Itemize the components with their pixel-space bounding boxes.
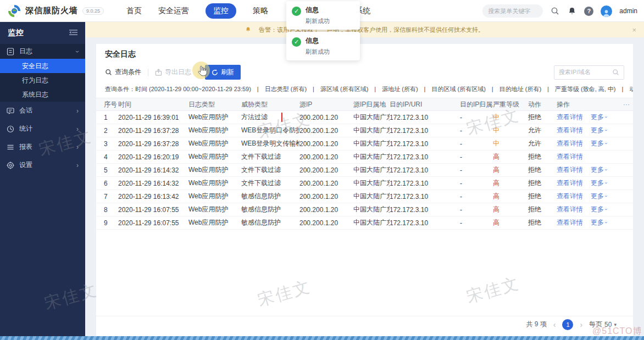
- filter-summary: 查询条件：时间 (2020-11-29 00:00~2020-11-29 23:…: [96, 84, 633, 98]
- brand: 深信服防火墙 9.0.25: [0, 4, 126, 18]
- cell-operations: 查看详情更多›: [557, 179, 619, 188]
- page-size-select[interactable]: 每页 50 ▾: [589, 320, 617, 329]
- chevron-down-icon: ›: [74, 51, 81, 53]
- sidebar-item-behavior-log[interactable]: 行为日志: [0, 73, 85, 87]
- cell-dst-ip: 172.172.3.10: [390, 193, 460, 200]
- view-details-link[interactable]: 查看详情: [557, 113, 583, 122]
- help-icon[interactable]: ?: [584, 7, 593, 16]
- more-link[interactable]: 更多›: [591, 126, 607, 135]
- toast-notification: ✓ 信息 刷新成功: [286, 32, 360, 60]
- sidebar-item-security-log[interactable]: 安全日志: [0, 59, 85, 73]
- next-page-icon[interactable]: ›: [580, 320, 582, 329]
- cell-src-location: 中国大陆广东: [353, 205, 390, 214]
- banner-close-icon[interactable]: ×: [632, 26, 636, 34]
- more-link[interactable]: 更多›: [591, 165, 607, 175]
- sangfor-logo-icon: [8, 4, 21, 18]
- content-card: 安全日志 查询条件 导出日志 刷新 搜索IP/域名 查询条件：时间 (2020-…: [96, 44, 633, 336]
- sidebar-item-stats[interactable]: 统计 ›: [0, 120, 85, 138]
- column-settings-icon[interactable]: ···: [619, 101, 630, 108]
- col-header-src-ip[interactable]: 源IP: [299, 100, 353, 109]
- nav-home[interactable]: 首页: [126, 6, 142, 16]
- sidebar-item-logs[interactable]: 日志 ›: [0, 44, 85, 59]
- cell-threat-type: 敏感信息防护: [241, 192, 299, 201]
- more-link[interactable]: 更多›: [591, 192, 607, 201]
- nav-monitor[interactable]: 监控: [206, 3, 236, 19]
- view-details-link[interactable]: 查看详情: [557, 126, 583, 135]
- col-header-dst-ip[interactable]: 目的IP/URI: [390, 100, 460, 109]
- chevron-down-icon: ›: [603, 195, 609, 197]
- table-row[interactable]: 42020-11-29 16:20:19Web应用防护文件下载过滤200.200…: [96, 151, 633, 164]
- success-check-icon: ✓: [292, 37, 301, 47]
- nav-policy[interactable]: 策略: [253, 6, 268, 16]
- sidebar-item-report[interactable]: 报表 ›: [0, 138, 85, 156]
- sidebar-title: 监控: [0, 22, 85, 44]
- col-header-no[interactable]: 序号: [104, 100, 118, 109]
- avatar[interactable]: [601, 5, 612, 17]
- cell-operations: 查看详情更多›: [557, 126, 619, 135]
- cell-src-location: 中国大陆广东: [353, 218, 390, 227]
- view-details-link[interactable]: 查看详情: [557, 179, 583, 188]
- menu-search-input[interactable]: 搜索菜单关键字: [482, 4, 543, 18]
- col-header-time[interactable]: 时间: [118, 100, 188, 109]
- view-details-link[interactable]: 查看详情: [557, 165, 583, 175]
- cell-threat-type: WEB登录明文传输检测: [241, 139, 299, 148]
- col-header-action[interactable]: 动作: [528, 100, 557, 109]
- view-details-link[interactable]: 查看详情: [557, 139, 583, 148]
- cell-action: 拒绝: [528, 179, 557, 188]
- chevron-down-icon: ›: [603, 116, 609, 118]
- cell-src-ip: 200.200.1.20: [299, 153, 353, 161]
- table-row[interactable]: 72020-11-29 16:13:42Web应用防护敏感信息防护200.200…: [96, 190, 633, 203]
- nav-secops[interactable]: 安全运营: [158, 6, 189, 16]
- search-icon[interactable]: [550, 6, 560, 16]
- chevron-right-icon: ›: [76, 143, 79, 151]
- username[interactable]: admin: [619, 7, 637, 15]
- sidebar-collapse-icon[interactable]: [69, 29, 77, 37]
- export-logs-button[interactable]: 导出日志: [155, 68, 191, 77]
- col-header-log-type[interactable]: 日志类型: [188, 100, 241, 109]
- page-number[interactable]: 1: [562, 319, 573, 330]
- prev-page-icon[interactable]: ‹: [553, 320, 556, 329]
- brand-name: 深信服防火墙: [25, 5, 78, 16]
- col-header-threat-type[interactable]: 威胁类型: [241, 100, 299, 109]
- col-header-dst-location[interactable]: 目的IP归属地: [460, 100, 493, 109]
- cell-dst-location: -: [460, 127, 493, 135]
- view-details-link[interactable]: 查看详情: [557, 152, 583, 161]
- table-body: 12020-11-29 16:39:01Web应用防护方法过滤200.200.1…: [96, 111, 633, 230]
- cell-dst-ip: 172.172.3.10: [390, 219, 460, 227]
- col-header-severity[interactable]: 严重等级: [493, 100, 528, 109]
- more-link[interactable]: 更多›: [591, 218, 607, 227]
- refresh-icon: [212, 69, 218, 76]
- chevron-right-icon: ›: [76, 125, 79, 133]
- sidebar-item-settings[interactable]: 设置 ›: [0, 156, 85, 174]
- cell-dst-location: -: [460, 166, 493, 174]
- more-link[interactable]: 更多›: [591, 179, 607, 188]
- bell-icon[interactable]: [567, 6, 577, 16]
- cell-dst-location: -: [460, 180, 493, 187]
- table-row[interactable]: 82020-11-29 16:07:55Web应用防护敏感信息防护200.200…: [96, 203, 633, 216]
- cell-time: 2020-11-29 16:07:55: [118, 219, 188, 227]
- sidebar-item-system-log[interactable]: 系统日志: [0, 87, 85, 102]
- table-row[interactable]: 12020-11-29 16:39:01Web应用防护方法过滤200.200.1…: [96, 111, 633, 124]
- table-row[interactable]: 22020-11-29 16:37:28Web应用防护WEB登录弱口令防护200…: [96, 124, 633, 137]
- more-link[interactable]: 更多›: [591, 139, 607, 148]
- query-conditions-button[interactable]: 查询条件: [105, 68, 141, 77]
- cell-operations: 查看详情更多›: [557, 205, 619, 214]
- view-details-link[interactable]: 查看详情: [557, 218, 583, 227]
- cell-src-location: 中国大陆广东: [353, 139, 390, 148]
- view-details-link[interactable]: 查看详情: [557, 205, 583, 214]
- table-row[interactable]: 92020-11-29 16:07:55Web应用防护敏感信息防护200.200…: [96, 216, 633, 230]
- sidebar-item-label: 报表: [19, 142, 76, 152]
- more-link[interactable]: 更多›: [591, 205, 607, 214]
- table-row[interactable]: 32020-11-29 16:37:28Web应用防护WEB登录明文传输检测20…: [96, 137, 633, 151]
- table-row[interactable]: 52020-11-29 16:14:32Web应用防护文件下载过滤200.200…: [96, 164, 633, 177]
- col-header-src-location[interactable]: 源IP归属地: [353, 100, 390, 109]
- view-details-link[interactable]: 查看详情: [557, 192, 583, 201]
- refresh-button[interactable]: 刷新: [205, 65, 241, 80]
- divider: [198, 69, 198, 76]
- log-search-input[interactable]: 搜索IP/域名: [554, 65, 624, 80]
- table-row[interactable]: 62020-11-29 16:14:32Web应用防护文件下载过滤200.200…: [96, 177, 633, 190]
- success-check-icon: ✓: [292, 7, 301, 16]
- cell-src-location: 中国大陆广东: [353, 152, 390, 161]
- more-link[interactable]: 更多›: [591, 113, 607, 122]
- sidebar-item-session[interactable]: 会话 ›: [0, 102, 85, 120]
